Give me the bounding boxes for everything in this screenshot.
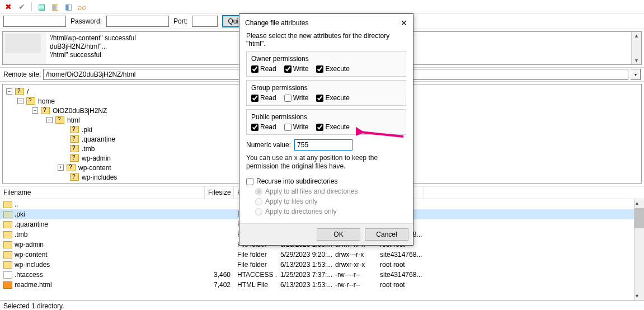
tree-node[interactable]: wp-admin (82, 154, 111, 162)
apply-files-radio (255, 198, 262, 205)
tree-node-user[interactable]: OiOZ0duB3jH2NZ (53, 107, 107, 115)
public-perm-label: Public permissions (251, 113, 401, 121)
public-read-checkbox[interactable] (251, 124, 258, 131)
group-execute-checkbox[interactable] (316, 95, 323, 102)
close-icon[interactable]: ✕ (401, 18, 407, 27)
folder-icon (70, 135, 79, 143)
folder-icon (70, 145, 79, 152)
file-icon (3, 271, 12, 279)
file-row[interactable]: .htaccess3,460HTACCESS ...1/25/2023 7:37… (0, 270, 644, 280)
dialog-title: Change file attributes (245, 19, 308, 27)
tree-expander[interactable]: + (58, 165, 64, 171)
folder-icon (15, 88, 24, 95)
group-read-checkbox[interactable] (251, 95, 258, 102)
avatar (5, 34, 41, 53)
file-row[interactable]: readme.html7,402HTML File6/13/2023 1:53:… (0, 280, 644, 290)
cancel-icon[interactable]: ✖ (3, 2, 13, 12)
public-write-checkbox[interactable] (284, 124, 292, 131)
port-input[interactable] (192, 16, 218, 27)
password-input[interactable] (106, 16, 169, 27)
owner-write-checkbox[interactable] (284, 65, 292, 73)
cancel-button[interactable]: Cancel (365, 228, 408, 241)
folder-icon (3, 251, 12, 259)
queue-icon[interactable]: ▥ (50, 2, 60, 12)
permission-note: You can use an x at any position to keep… (246, 154, 406, 171)
numeric-value-input[interactable] (294, 139, 352, 151)
col-filename[interactable]: Filename (0, 186, 205, 199)
folder-icon (3, 241, 12, 248)
chevron-down-icon[interactable]: ▾ (631, 69, 641, 80)
owner-execute-checkbox[interactable] (316, 65, 323, 73)
svg-line-0 (360, 132, 403, 137)
tree-expander[interactable]: − (46, 117, 53, 123)
tree-node[interactable]: .pki (82, 126, 92, 134)
tree-node[interactable]: .tmb (82, 145, 95, 153)
apply-dirs-radio (255, 208, 262, 215)
filter-icon[interactable]: ◧ (63, 2, 73, 12)
dialog-intro: Please select the new attributes for the… (246, 32, 406, 48)
tree-expander[interactable]: − (32, 107, 38, 114)
tree-node-home[interactable]: home (38, 97, 55, 105)
tree-node[interactable]: wp-content (78, 164, 111, 172)
tree-node[interactable]: .quarantine (82, 135, 115, 143)
folder-icon (70, 126, 79, 133)
numeric-label: Numeric value: (246, 141, 291, 149)
folder-icon (3, 201, 12, 208)
port-label: Port: (173, 17, 187, 25)
annotation-arrow (356, 125, 406, 142)
tree-expander[interactable]: − (17, 98, 23, 104)
recurse-checkbox[interactable] (246, 178, 253, 185)
apply-all-radio (255, 188, 262, 195)
check-icon[interactable]: ✔ (17, 2, 27, 12)
file-icon (3, 281, 12, 289)
status-bar: Selected 1 directory. (0, 300, 644, 310)
ok-button[interactable]: OK (317, 228, 360, 241)
folder-icon (3, 231, 12, 238)
folder-icon (70, 154, 79, 162)
chevron-down-icon[interactable]: ▼ (634, 57, 639, 64)
log-scrollbar[interactable]: ▲ ▼ (631, 32, 641, 64)
tree-expander[interactable]: − (6, 88, 12, 95)
file-row[interactable]: wp-includesFile folder6/13/2023 1:53:...… (0, 260, 644, 270)
folder-icon (3, 261, 12, 269)
search-icon[interactable]: ⌕⌕ (77, 2, 87, 12)
folder-icon (67, 164, 76, 171)
group-perm-label: Group permissions (251, 84, 401, 92)
tree-node-root[interactable]: / (27, 88, 29, 96)
password-label: Password: (70, 17, 102, 25)
group-write-checkbox[interactable] (284, 95, 292, 102)
file-row[interactable]: wp-contentFile folder5/29/2023 9:20:...d… (0, 250, 644, 260)
main-toolbar: ✖ ✔ ▤ ▥ ◧ ⌕⌕ (0, 0, 644, 13)
host-input[interactable] (3, 16, 66, 27)
owner-read-checkbox[interactable] (251, 65, 258, 73)
col-filesize[interactable]: Filesize (205, 186, 234, 199)
chevron-up-icon[interactable]: ▲ (634, 199, 644, 207)
folder-icon (55, 116, 64, 124)
folder-icon (70, 173, 79, 181)
owner-perm-label: Owner permissions (251, 55, 401, 63)
folder-icon (41, 107, 50, 114)
folder-icon (3, 221, 12, 228)
chevron-down-icon[interactable]: ▼ (634, 292, 644, 300)
folder-icon (3, 211, 12, 218)
file-scrollbar[interactable]: ▲ ▼ (634, 199, 644, 300)
remote-site-label: Remote site: (3, 71, 41, 78)
tree-node-html[interactable]: html (67, 116, 80, 124)
folder-icon (26, 97, 35, 105)
scrollbar-thumb[interactable] (634, 208, 644, 228)
list-icon[interactable]: ▤ (36, 2, 46, 12)
tree-node[interactable]: wp-includes (82, 173, 117, 181)
public-execute-checkbox[interactable] (316, 124, 323, 131)
chevron-up-icon[interactable]: ▲ (634, 32, 639, 40)
